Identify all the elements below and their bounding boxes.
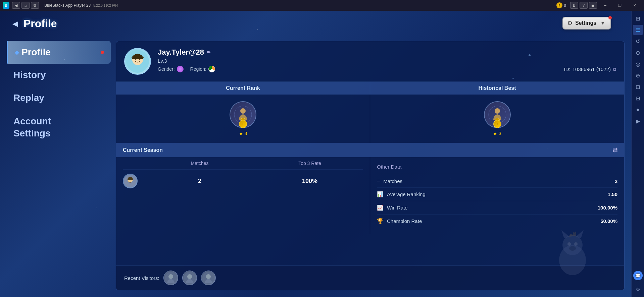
season-toggle-icon[interactable]: ⇄ [612,146,617,154]
bluestacks-menu[interactable]: B [570,2,578,9]
close-button[interactable]: ✕ [628,2,641,9]
sidebar-icon-5[interactable]: ◎ [633,59,643,69]
main-content: ◀ Profile ⚙ Settings ▼ Profile History R… [0,11,631,297]
visitor-2-svg [183,272,196,284]
gender-icon: ♀ [177,66,184,72]
svg-point-28 [569,246,576,251]
app-name: BlueStacks App Player 23 [44,3,91,8]
page-title: Profile [23,17,57,30]
app-version: 5.22.0.1102 P64 [93,4,118,7]
deco-dot-1 [529,54,531,56]
left-nav: Profile History Replay AccountSettings [7,41,111,146]
season-matches-value: 2 [146,178,253,185]
region-flag-icon [208,66,215,72]
sidebar-icon-3[interactable]: ↺ [633,36,643,46]
sidebar-icon-8[interactable]: ⊟ [633,93,643,103]
sidebar-icon-4[interactable]: ⊙ [633,48,643,58]
avg-ranking-value: 1.50 [608,191,617,197]
champion-rate-label-text: Champion Rate [387,218,422,224]
restore-button[interactable]: ❐ [613,2,627,9]
edit-icon[interactable]: ✏ [207,50,211,55]
copy-icon[interactable]: ⧉ [613,66,616,72]
user-meta: Gender: ♀ Region: ID: 10386961 (1022) ⧉ [158,66,616,72]
nav-item-replay[interactable]: Replay [7,86,111,109]
season-character-avatar [123,174,138,188]
sidebar-icon-7[interactable]: ⊡ [633,82,643,92]
current-rank-header: Current Rank [116,82,370,95]
settings-button[interactable]: ⚙ Settings ▼ [562,17,611,29]
help-button[interactable]: ? [580,2,588,9]
settings-label: Settings [575,20,596,26]
coin-count: 0 [564,3,566,8]
col-avatar-header [123,161,143,166]
win-rate-label-text: Win Rate [387,205,408,211]
season-matches-panel: Matches Top 3 Rate [116,157,370,234]
sidebar-icon-6[interactable]: ⊕ [633,70,643,80]
nav-item-profile[interactable]: Profile [7,41,111,64]
sidebar-icon-1[interactable]: ⊞ [633,13,643,23]
sidebar-icon-9[interactable]: ● [633,105,643,115]
coin-icon: $ [556,2,562,8]
season-section: Current Season ⇄ Matches Top 3 Rate [116,143,624,234]
settings-sidebar-icon[interactable]: ⚙ [633,284,643,294]
avg-ranking-label-text: Average Ranking [387,191,426,197]
historical-best-badge: I I ★ 3 [484,101,511,136]
chevron-down-icon: ▼ [600,20,605,26]
data-row-avg-ranking: 📊 Average Ranking 1.50 [377,188,617,201]
current-rank-body: I I ★ 3 [116,95,370,143]
season-table-header: Matches Top 3 Rate [123,157,363,170]
matches-icon: ≡ [377,178,380,184]
visitor-3-svg [202,272,215,284]
champion-rate-label: 🏆 Champion Rate [377,218,422,224]
username-text: Jay.Tyler@28 [158,48,204,57]
title-bar-controls: $ 0 B ? ☰ ─ ❐ ✕ [556,2,641,9]
sidebar-icon-2[interactable]: ☰ [633,25,643,35]
gender-item: Gender: ♀ [158,66,184,72]
svg-point-9 [495,108,500,114]
svg-point-23 [562,235,583,255]
current-rank-col: Current Rank I [116,82,370,143]
user-avatar [124,48,151,75]
copy-button[interactable]: ⧉ [31,2,39,9]
chat-sidebar-icon[interactable]: 💬 [633,271,643,280]
back-button[interactable]: ◀ [12,2,20,9]
user-level: Lv.3 [158,58,616,64]
coins-display: $ 0 [556,2,566,8]
nav-item-account-settings[interactable]: AccountSettings [7,109,111,146]
historical-best-col: Historical Best I I [370,82,624,143]
nav-label-profile: Profile [21,47,51,58]
star-count: 3 [245,131,247,136]
season-header: Current Season ⇄ [116,143,624,157]
col-matches-header: Matches [146,161,253,166]
historical-best-body: I I ★ 3 [370,95,624,143]
nav-label-account-settings: AccountSettings [13,116,51,138]
nav-label-history: History [13,70,46,80]
minimize-button[interactable]: ─ [598,2,612,9]
back-arrow-button[interactable]: ◀ [10,19,20,29]
visitors-label: Recent Visitors: [124,275,159,281]
gear-icon: ⚙ [567,19,573,27]
season-body: Matches Top 3 Rate [116,157,624,234]
historical-best-header: Historical Best [370,82,624,95]
visitor-avatar-3[interactable] [201,271,216,285]
nav-item-history[interactable]: History [7,64,111,86]
historical-rank-stars: ★ 3 [493,131,501,136]
current-rank-avatar: I I [230,101,256,128]
hist-star-count: 3 [499,131,501,136]
data-row-win-rate: 📈 Win Rate 100.00% [377,201,617,215]
nav-label-replay: Replay [13,93,44,103]
visitor-1-svg [164,272,177,284]
sidebar-icon-10[interactable]: ▶ [633,116,643,126]
win-rate-value: 100.00% [598,205,617,211]
hamburger-menu[interactable]: ☰ [589,2,597,9]
visitor-avatar-2[interactable] [182,271,197,285]
season-avatar-svg [123,174,137,188]
visitor-avatar-1[interactable] [163,271,178,285]
profile-notification-dot [101,51,104,54]
avg-ranking-icon: 📊 [377,191,384,197]
right-sidebar: ⊞ ☰ ↺ ⊙ ◎ ⊕ ⊡ ⊟ ● ▶ 💬 ⚙ [631,11,644,297]
user-details: Jay.Tyler@28 ✏ Lv.3 Gender: ♀ Region: ID… [158,48,616,72]
svg-point-5 [240,108,246,114]
matches-label-text: Matches [383,178,402,184]
home-button[interactable]: ⌂ [21,2,30,9]
